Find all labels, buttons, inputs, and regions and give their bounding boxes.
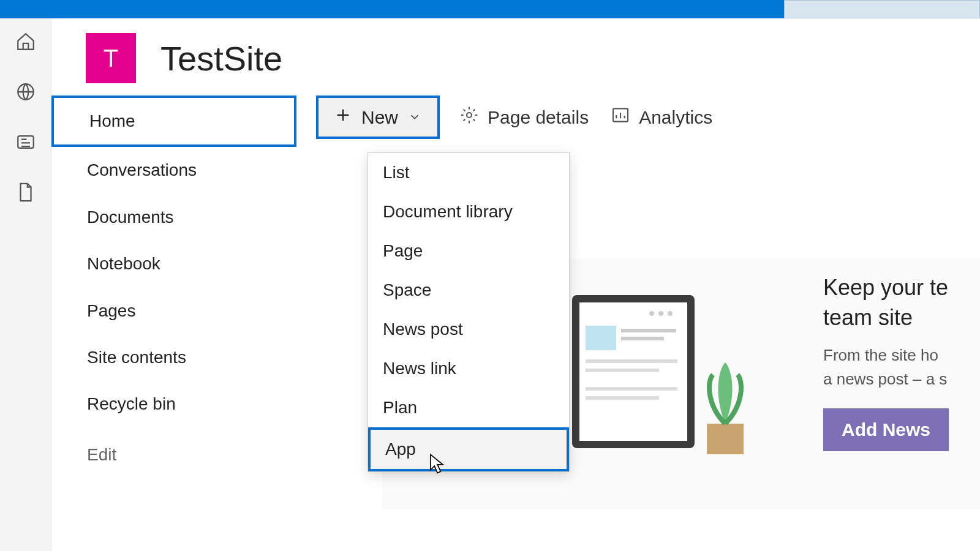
analytics-button[interactable]: Analytics — [608, 100, 715, 134]
svg-rect-16 — [707, 424, 744, 454]
dropdown-item-app[interactable]: App — [368, 427, 569, 471]
news-icon[interactable] — [15, 131, 37, 153]
dropdown-item-space[interactable]: Space — [368, 271, 569, 310]
page-details-label: Page details — [488, 107, 589, 128]
nav-edit-link[interactable]: Edit — [51, 432, 296, 478]
site-logo[interactable]: T — [86, 33, 136, 83]
new-button-label: New — [361, 107, 398, 128]
nav-item-documents[interactable]: Documents — [51, 194, 296, 241]
analytics-icon — [611, 105, 630, 129]
dropdown-item-plan[interactable]: Plan — [368, 388, 569, 427]
svg-point-7 — [658, 311, 663, 316]
nav-item-conversations[interactable]: Conversations — [51, 147, 296, 193]
suite-bar — [0, 0, 980, 18]
page-body: New Page details — [296, 96, 980, 139]
dropdown-item-document-library[interactable]: Document library — [368, 192, 569, 231]
site-header: T TestSite — [51, 18, 980, 96]
svg-point-2 — [467, 113, 472, 118]
svg-rect-12 — [586, 359, 677, 363]
command-bar: New Page details — [296, 96, 980, 139]
globe-icon[interactable] — [15, 81, 37, 103]
suite-bar-control[interactable] — [784, 0, 980, 18]
nav-item-home[interactable]: Home — [51, 96, 296, 147]
svg-point-6 — [649, 311, 654, 316]
news-desc-line1: From the site ho — [823, 346, 938, 364]
left-nav: Home Conversations Documents Notebook Pa… — [51, 96, 296, 478]
dropdown-item-page[interactable]: Page — [368, 231, 569, 271]
add-news-button[interactable]: Add News — [823, 408, 949, 451]
svg-rect-14 — [586, 387, 677, 391]
dropdown-item-list[interactable]: List — [368, 153, 569, 192]
nav-item-pages[interactable]: Pages — [51, 288, 296, 334]
new-dropdown-menu: List Document library Page Space News po… — [368, 152, 570, 472]
news-heading-line1: Keep your te — [823, 275, 948, 300]
news-heading-line2: team site — [823, 305, 913, 330]
svg-rect-9 — [586, 326, 616, 350]
news-desc-line2: a news post – a s — [823, 370, 947, 388]
home-icon[interactable] — [15, 31, 37, 53]
gear-icon — [459, 105, 479, 129]
dropdown-item-news-post[interactable]: News post — [368, 310, 569, 349]
svg-rect-13 — [586, 369, 659, 372]
page-details-button[interactable]: Page details — [457, 100, 591, 134]
svg-rect-10 — [621, 329, 676, 332]
news-text-block: Keep your te team site From the site ho … — [823, 273, 949, 451]
document-icon[interactable] — [15, 181, 37, 203]
svg-rect-15 — [586, 396, 659, 400]
nav-item-notebook[interactable]: Notebook — [51, 241, 296, 287]
dropdown-item-news-link[interactable]: News link — [368, 349, 569, 388]
app-rail — [0, 18, 51, 551]
nav-item-site-contents[interactable]: Site contents — [51, 334, 296, 381]
svg-rect-11 — [621, 337, 664, 340]
main-content: T TestSite Home Conversations Documents … — [51, 18, 980, 551]
new-button[interactable]: New — [316, 96, 440, 139]
news-illustration — [566, 283, 756, 467]
site-title: TestSite — [160, 39, 282, 78]
plus-icon — [334, 107, 352, 128]
chevron-down-icon — [408, 107, 421, 128]
nav-item-recycle-bin[interactable]: Recycle bin — [51, 381, 296, 427]
svg-point-8 — [668, 311, 673, 316]
analytics-label: Analytics — [639, 107, 712, 128]
